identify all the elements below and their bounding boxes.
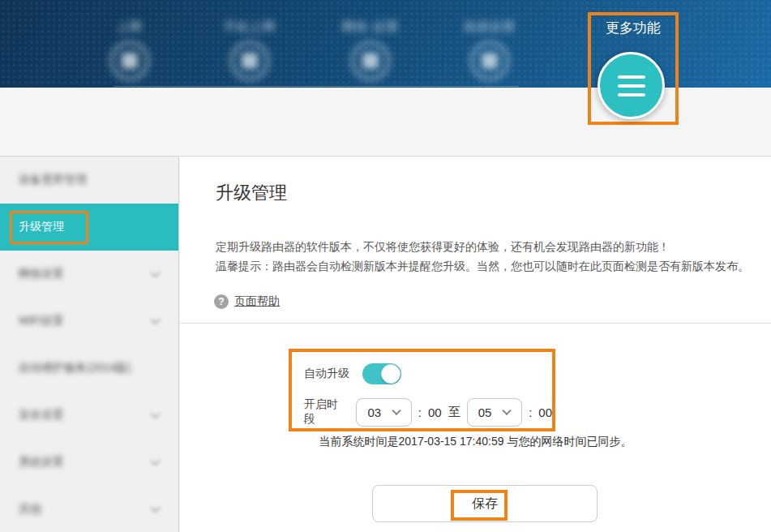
- page-help[interactable]: ? 页面帮助: [214, 294, 280, 309]
- nav-item-label: 网络·设置: [322, 19, 419, 35]
- sidebar-item-label: 设备宽带管理: [19, 173, 87, 187]
- sidebar-item-label: 系统设置: [19, 455, 64, 470]
- sidebar-item-1[interactable]: 设备宽带管理: [0, 157, 178, 204]
- auto-upgrade-toggle[interactable]: [362, 363, 401, 384]
- sidebar-item-upgrade-management[interactable]: 升级管理: [0, 204, 178, 251]
- description-line-2: 温馨提示：路由器会自动检测新版本并提醒您升级。当然，您也可以随时在此页面检测是否…: [216, 256, 749, 276]
- page-help-link[interactable]: 页面帮助: [234, 294, 280, 309]
- start-hour-select[interactable]: 03: [356, 398, 411, 427]
- header-nav-item-3[interactable]: 网络·设置: [322, 19, 419, 84]
- end-minute-value: 00: [538, 405, 552, 419]
- sidebar-item-8[interactable]: 其他: [0, 486, 178, 532]
- range-separator: 至: [448, 405, 460, 420]
- colon: :: [418, 405, 422, 419]
- system-time-status: 当前系统时间是2017-03-15 17:40:59 与您的网络时间已同步。: [180, 435, 771, 449]
- device-icon: [230, 41, 269, 80]
- settings-icon: [470, 41, 509, 80]
- nav-item-label: 手机上网: [201, 19, 298, 35]
- chevron-down-icon: [150, 315, 161, 325]
- header-nav-item-4[interactable]: 高级设置: [441, 19, 538, 84]
- sidebar-item-label: WiFi设置: [19, 314, 64, 328]
- nav-item-label: 上网: [81, 19, 178, 35]
- start-hour-value: 03: [367, 405, 381, 419]
- toggle-knob: [381, 364, 400, 384]
- end-hour-select[interactable]: 05: [467, 398, 522, 427]
- nav-item-label: 高级设置: [441, 19, 538, 35]
- more-menu-button[interactable]: [598, 52, 665, 119]
- auto-upgrade-label: 自动升级: [304, 367, 349, 381]
- chevron-down-icon: [150, 456, 161, 466]
- router-admin-page: 上网 手机上网 网络·设置 高级设置 更多功能 设备宽带管理 升级管理: [0, 0, 771, 532]
- save-button-label: 保存: [472, 496, 498, 513]
- period-label: 开启时段: [304, 397, 348, 427]
- question-mark-icon: ?: [214, 294, 229, 309]
- chevron-down-icon: [502, 406, 511, 415]
- sidebar-item-4[interactable]: WiFi设置: [0, 298, 178, 345]
- sidebar-item-3[interactable]: 网络设置: [0, 251, 178, 298]
- colon: :: [529, 405, 532, 419]
- wifi-icon: [351, 41, 390, 80]
- sidebar: 设备宽带管理 升级管理 网络设置 WiFi设置 自动维护服务(2014版) 安全…: [0, 156, 179, 532]
- sidebar-item-5[interactable]: 自动维护服务(2014版): [0, 345, 178, 392]
- header-nav-item-1[interactable]: 上网: [81, 19, 178, 84]
- sidebar-item-label: 安全设置: [19, 408, 64, 423]
- auto-upgrade-row: 自动升级: [304, 363, 401, 384]
- sidebar-item-label: 网络设置: [19, 267, 64, 281]
- sidebar-item-label: 自动维护服务(2014版): [19, 361, 131, 375]
- home-icon: [110, 41, 149, 80]
- save-button[interactable]: 保存: [372, 485, 598, 522]
- header-underline: [114, 86, 519, 87]
- hamburger-icon: [618, 75, 645, 79]
- chevron-down-icon: [150, 268, 161, 278]
- main-content: 升级管理 定期升级路由器的软件版本，不仅将使您获得更好的体验，还有机会发现路由器…: [180, 156, 771, 532]
- sidebar-item-6[interactable]: 安全设置: [0, 392, 178, 439]
- start-minute-value: 00: [428, 405, 442, 419]
- chevron-down-icon: [150, 503, 161, 513]
- sidebar-item-7[interactable]: 系统设置: [0, 439, 178, 486]
- section-divider: [180, 323, 771, 324]
- chevron-down-icon: [392, 406, 400, 415]
- annotation-box-upgrade-form: 自动升级 开启时段 03 : 00 至 05 : 00: [289, 349, 555, 431]
- sidebar-item-label: 其他: [19, 502, 41, 517]
- page-description: 定期升级路由器的软件版本，不仅将使您获得更好的体验，还有机会发现路由器的新功能！…: [216, 237, 749, 276]
- header-nav-item-2[interactable]: 手机上网: [201, 19, 298, 84]
- sidebar-item-label: 升级管理: [19, 220, 64, 234]
- page-title: 升级管理: [216, 181, 287, 205]
- period-row: 开启时段 03 : 00 至 05 : 00: [304, 397, 552, 427]
- description-line-1: 定期升级路由器的软件版本，不仅将使您获得更好的体验，还有机会发现路由器的新功能！: [216, 237, 749, 256]
- end-hour-value: 05: [478, 405, 492, 419]
- more-features-label: 更多功能: [591, 19, 675, 37]
- chevron-down-icon: [150, 409, 161, 419]
